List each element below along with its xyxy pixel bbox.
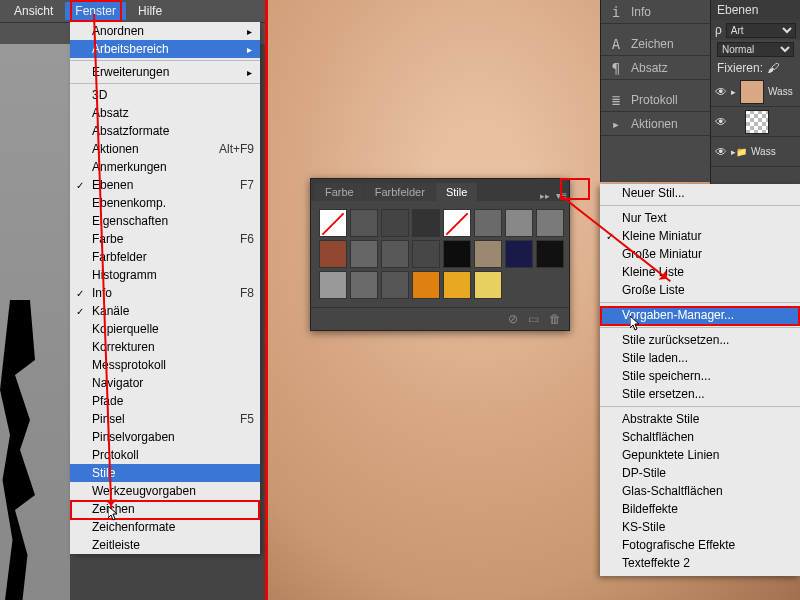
menu-item-pinselvorgaben[interactable]: Pinselvorgaben (70, 428, 260, 446)
flyout-item-fotografische-effekte[interactable]: Fotografische Effekte (600, 536, 800, 554)
menu-item-protokoll[interactable]: Protokoll (70, 446, 260, 464)
menu-item-pinsel[interactable]: PinselF5 (70, 410, 260, 428)
menu-item-messprotokoll[interactable]: Messprotokoll (70, 356, 260, 374)
layer-row[interactable]: 👁▸📁Wass (711, 137, 800, 167)
menu-item-info[interactable]: ✓InfoF8 (70, 284, 260, 302)
style-swatch[interactable] (350, 271, 378, 299)
flyout-item-vorgaben-manager-[interactable]: Vorgaben-Manager... (600, 306, 800, 324)
flyout-item-stile-speichern-[interactable]: Stile speichern... (600, 367, 800, 385)
flyout-item-kleine-liste[interactable]: Kleine Liste (600, 263, 800, 281)
menu-item-farbe[interactable]: FarbeF6 (70, 230, 260, 248)
style-swatch[interactable] (536, 209, 564, 237)
panel-icon: ≣ (609, 92, 623, 108)
panel-icon: ▸ (609, 116, 623, 132)
panel-tab-farbe[interactable]: Farbe (315, 183, 364, 201)
style-swatch[interactable] (505, 240, 533, 268)
flyout-item-gro-e-liste[interactable]: Große Liste (600, 281, 800, 299)
menubar-item-hilfe[interactable]: Hilfe (128, 2, 172, 20)
menu-item-anordnen[interactable]: Anordnen (70, 22, 260, 40)
flyout-item-dp-stile[interactable]: DP-Stile (600, 464, 800, 482)
lock-brush-icon[interactable]: 🖌 (767, 61, 779, 75)
menu-item-zeichenformate[interactable]: Zeichenformate (70, 518, 260, 536)
style-swatch[interactable] (443, 209, 471, 237)
layers-tab[interactable]: Ebenen (711, 0, 800, 20)
style-swatch[interactable] (505, 209, 533, 237)
menu-item-navigator[interactable]: Navigator (70, 374, 260, 392)
flyout-item-stile-laden-[interactable]: Stile laden... (600, 349, 800, 367)
menu-item-kopierquelle[interactable]: Kopierquelle (70, 320, 260, 338)
menubar-item-fenster[interactable]: Fenster (65, 2, 126, 20)
flyout-item-nur-text[interactable]: Nur Text (600, 209, 800, 227)
styles-panel: FarbeFarbfelderStile ▸▸ ▾≡ ⊘▭🗑 (310, 178, 570, 331)
blend-mode-select[interactable]: Normal (717, 42, 794, 57)
styles-panel-footer: ⊘▭🗑 (311, 307, 569, 330)
menu-item-erweiterungen[interactable]: Erweiterungen (70, 63, 260, 81)
style-swatch[interactable] (412, 271, 440, 299)
style-swatch[interactable] (443, 240, 471, 268)
lock-label: Fixieren: (717, 61, 763, 75)
styles-panel-tabs: FarbeFarbfelderStile ▸▸ ▾≡ (311, 179, 569, 201)
style-swatch[interactable] (319, 209, 347, 237)
style-swatch[interactable] (319, 240, 347, 268)
style-swatch[interactable] (412, 209, 440, 237)
menubar-item-ansicht[interactable]: Ansicht (4, 2, 63, 20)
menu-item-3d[interactable]: 3D (70, 86, 260, 104)
panel-label: Absatz (631, 61, 668, 75)
flyout-item-kleine-miniatur[interactable]: ✓Kleine Miniatur (600, 227, 800, 245)
menu-item-stile[interactable]: Stile (70, 464, 260, 482)
layer-visibility-icon[interactable]: 👁 (715, 85, 727, 99)
flyout-item-ks-stile[interactable]: KS-Stile (600, 518, 800, 536)
flyout-item-schaltfl-chen[interactable]: Schaltflächen (600, 428, 800, 446)
menu-item-pfade[interactable]: Pfade (70, 392, 260, 410)
annotation-divider (265, 0, 268, 600)
panel-tab-farbfelder[interactable]: Farbfelder (365, 183, 435, 201)
style-swatch[interactable] (443, 271, 471, 299)
menu-item-werkzeugvorgaben[interactable]: Werkzeugvorgaben (70, 482, 260, 500)
flyout-item-bildeffekte[interactable]: Bildeffekte (600, 500, 800, 518)
flyout-item-neuer-stil-[interactable]: Neuer Stil... (600, 184, 800, 202)
panel-footer-icon[interactable]: ▭ (528, 312, 539, 326)
layer-kind-select[interactable]: Art (726, 23, 796, 38)
flyout-item-stile-zur-cksetzen-[interactable]: Stile zurücksetzen... (600, 331, 800, 349)
layer-row[interactable]: 👁▸Wass (711, 77, 800, 107)
style-swatch[interactable] (381, 209, 409, 237)
style-swatch[interactable] (350, 209, 378, 237)
flyout-item-abstrakte-stile[interactable]: Abstrakte Stile (600, 410, 800, 428)
menu-item-farbfelder[interactable]: Farbfelder (70, 248, 260, 266)
layer-kind-icon: ρ (715, 23, 722, 37)
style-swatch[interactable] (536, 240, 564, 268)
panel-label: Zeichen (631, 37, 674, 51)
flyout-item-texteffekte-2[interactable]: Texteffekte 2 (600, 554, 800, 572)
style-swatch[interactable] (474, 240, 502, 268)
panel-footer-icon[interactable]: ⊘ (508, 312, 518, 326)
fenster-dropdown: AnordnenArbeitsbereichErweiterungen3DAbs… (70, 22, 260, 554)
layer-row[interactable]: 👁 (711, 107, 800, 137)
panel-tab-stile[interactable]: Stile (436, 183, 477, 201)
panel-expand-icon[interactable]: ▸▸ (540, 191, 550, 201)
style-swatch[interactable] (319, 271, 347, 299)
layer-visibility-icon[interactable]: 👁 (715, 115, 727, 129)
layer-visibility-icon[interactable]: 👁 (715, 145, 727, 159)
flyout-item-stile-ersetzen-[interactable]: Stile ersetzen... (600, 385, 800, 403)
layer-thumbnail (745, 110, 769, 134)
style-swatch[interactable] (350, 240, 378, 268)
panel-footer-icon[interactable]: 🗑 (549, 312, 561, 326)
menu-item-zeitleiste[interactable]: Zeitleiste (70, 536, 260, 554)
menu-item-zeichen[interactable]: Zeichen (70, 500, 260, 518)
style-swatch[interactable] (474, 271, 502, 299)
panel-label: Aktionen (631, 117, 678, 131)
menu-item-eigenschaften[interactable]: Eigenschaften (70, 212, 260, 230)
panel-label: Protokoll (631, 93, 678, 107)
style-swatch[interactable] (474, 209, 502, 237)
flyout-item-glas-schaltfl-chen[interactable]: Glas-Schaltflächen (600, 482, 800, 500)
style-swatch[interactable] (412, 240, 440, 268)
menu-item-kan-le[interactable]: ✓Kanäle (70, 302, 260, 320)
style-swatch[interactable] (381, 240, 409, 268)
menu-item-arbeitsbereich[interactable]: Arbeitsbereich (70, 40, 260, 58)
menu-item-histogramm[interactable]: Histogramm (70, 266, 260, 284)
flyout-item-gepunktete-linien[interactable]: Gepunktete Linien (600, 446, 800, 464)
styles-flyout-menu: Neuer Stil...Nur Text✓Kleine MiniaturGro… (600, 184, 800, 576)
panel-icon: A (609, 36, 623, 52)
menu-item-korrekturen[interactable]: Korrekturen (70, 338, 260, 356)
style-swatch[interactable] (381, 271, 409, 299)
